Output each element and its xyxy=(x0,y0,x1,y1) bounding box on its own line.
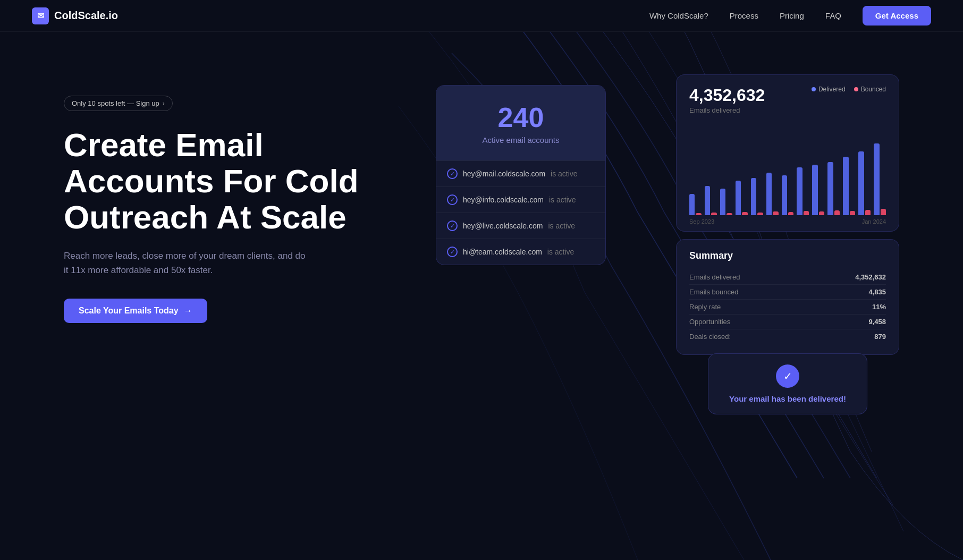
summary-key: Emails delivered xyxy=(689,273,740,281)
bar-bounced xyxy=(773,211,778,215)
nav-link-process[interactable]: Process xyxy=(730,11,758,20)
nav-link-faq[interactable]: FAQ xyxy=(825,11,841,20)
summary-row: Reply rate11% xyxy=(689,300,886,315)
bar-delivered xyxy=(705,186,710,215)
email-item-2: ✓ hey@info.coldscale.com is active xyxy=(436,186,605,213)
legend-bounced: Bounced xyxy=(854,86,886,93)
nav-link-why[interactable]: Why ColdScale? xyxy=(649,11,708,20)
notification-card: ✓ Your email has been delivered! xyxy=(708,353,867,414)
email-item-1: ✓ hey@mail.coldscale.com is active xyxy=(436,160,605,186)
email-status-1: is active xyxy=(551,169,578,178)
bar-delivered xyxy=(812,165,817,215)
bar-bounced xyxy=(834,210,840,215)
email-address-2: hey@info.coldscale.com xyxy=(463,196,544,204)
bar-group xyxy=(843,157,855,215)
summary-value: 11% xyxy=(872,303,886,311)
navbar: ✉ ColdScale.io Why ColdScale? Process Pr… xyxy=(0,0,963,32)
legend-delivered: Delivered xyxy=(812,86,846,93)
active-count: 240 xyxy=(447,101,595,133)
bar-bounced xyxy=(865,210,871,215)
bar-delivered xyxy=(766,173,772,215)
notification-text: Your email has been delivered! xyxy=(729,394,846,403)
logo-text: ColdScale.io xyxy=(54,10,118,22)
check-icon-1: ✓ xyxy=(447,168,458,179)
bar-bounced xyxy=(757,213,763,215)
summary-key: Deals closed: xyxy=(689,333,731,341)
chart-dates: Sep 2023 Jan 2024 xyxy=(677,215,899,231)
bar-bounced xyxy=(742,212,747,215)
delivered-label: Emails delivered xyxy=(689,106,886,114)
delivered-dot xyxy=(812,87,816,91)
summary-value: 4,835 xyxy=(868,288,886,296)
bar-delivered xyxy=(782,175,787,215)
hero-right: 240 Active email accounts ✓ hey@mail.col… xyxy=(383,74,899,446)
bar-bounced xyxy=(881,209,886,215)
bar-group xyxy=(720,189,732,215)
email-item-3: ✓ hey@live.coldscale.com is active xyxy=(436,213,605,239)
bar-group xyxy=(782,175,794,215)
logo[interactable]: ✉ ColdScale.io xyxy=(32,7,118,24)
summary-rows: Emails delivered4,352,632Emails bounced4… xyxy=(689,270,886,344)
bar-delivered xyxy=(751,178,756,215)
summary-row: Emails delivered4,352,632 xyxy=(689,270,886,285)
email-status-4: is active xyxy=(547,248,575,256)
active-label: Active email accounts xyxy=(447,135,595,145)
summary-title: Summary xyxy=(689,250,886,261)
hero-title: Create Email Accounts For Cold Outreach … xyxy=(64,127,383,236)
summary-row: Deals closed:879 xyxy=(689,329,886,344)
bar-group xyxy=(827,162,840,215)
bar-delivered xyxy=(797,167,802,215)
bar-delivered xyxy=(720,189,725,215)
bar-delivered xyxy=(736,181,741,215)
hero-section: Only 10 spots left — Sign up › Create Em… xyxy=(0,32,963,560)
bar-group xyxy=(689,194,702,215)
logo-icon: ✉ xyxy=(32,7,49,24)
email-address-1: hey@mail.coldscale.com xyxy=(463,169,545,178)
hero-cta-button[interactable]: Scale Your Emails Today → xyxy=(64,299,207,323)
nav-link-pricing[interactable]: Pricing xyxy=(780,11,804,20)
summary-key: Reply rate xyxy=(689,303,721,311)
bar-group xyxy=(812,165,824,215)
chevron-right-icon: › xyxy=(163,100,165,107)
summary-row: Emails bounced4,835 xyxy=(689,285,886,300)
email-status-2: is active xyxy=(549,196,576,204)
hero-badge[interactable]: Only 10 spots left — Sign up › xyxy=(64,96,173,111)
bar-bounced xyxy=(727,213,732,215)
bar-group xyxy=(705,186,717,215)
bar-group xyxy=(736,181,748,215)
hero-left: Only 10 spots left — Sign up › Create Em… xyxy=(64,74,383,323)
analytics-header: 4,352,632 Emails delivered Delivered Bou… xyxy=(677,75,899,120)
hero-badge-text: Only 10 spots left — Sign up xyxy=(72,99,159,107)
summary-value: 9,458 xyxy=(868,318,886,326)
hero-subtitle: Reach more leads, close more of your dre… xyxy=(64,249,308,277)
chart-legend: Delivered Bounced xyxy=(812,86,886,93)
arrow-icon: → xyxy=(184,306,192,316)
summary-row: Opportunities9,458 xyxy=(689,315,886,329)
chart-date-start: Sep 2023 xyxy=(689,218,714,225)
email-item-4: ✓ hi@team.coldscale.com is active xyxy=(436,239,605,265)
bar-bounced xyxy=(696,213,701,215)
bar-delivered xyxy=(874,143,879,215)
check-icon: ✓ xyxy=(776,364,799,388)
bar-delivered xyxy=(858,151,864,215)
bar-bounced xyxy=(711,213,716,215)
bar-group xyxy=(751,178,763,215)
email-accounts-card: 240 Active email accounts ✓ hey@mail.col… xyxy=(436,85,606,265)
email-accounts-header: 240 Active email accounts xyxy=(436,86,605,160)
summary-value: 879 xyxy=(874,333,886,341)
bar-group xyxy=(858,151,871,215)
summary-card: Summary Emails delivered4,352,632Emails … xyxy=(676,239,899,355)
get-access-button[interactable]: Get Access xyxy=(863,6,931,26)
hero-cta-label: Scale Your Emails Today xyxy=(79,306,179,316)
bar-bounced xyxy=(804,211,809,215)
nav-links: Why ColdScale? Process Pricing FAQ Get A… xyxy=(649,6,931,26)
legend-delivered-label: Delivered xyxy=(818,86,846,93)
legend-bounced-label: Bounced xyxy=(861,86,886,93)
summary-key: Opportunities xyxy=(689,318,730,326)
check-icon-3: ✓ xyxy=(447,220,458,231)
bar-group xyxy=(797,167,809,215)
bar-chart xyxy=(677,120,899,215)
summary-key: Emails bounced xyxy=(689,288,739,296)
bar-delivered xyxy=(689,194,695,215)
chart-date-end: Jan 2024 xyxy=(862,218,886,225)
